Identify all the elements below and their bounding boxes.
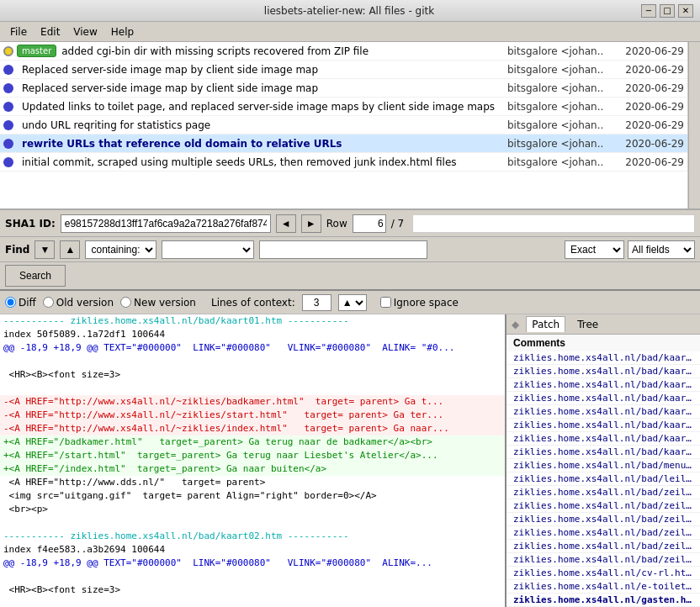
tree-item[interactable]: ziklies.home.xs4all.nl/bad/kaart04.htm <box>506 392 700 405</box>
old-version-radio-label[interactable]: Old version <box>43 297 114 309</box>
tree-item[interactable]: ziklies.home.xs4all.nl/e-toilet.html <box>506 580 700 594</box>
context-select[interactable]: ▲ ▼ <box>338 294 367 311</box>
find-field-select[interactable] <box>162 240 254 259</box>
close-button[interactable]: ✕ <box>678 4 693 18</box>
new-version-radio[interactable] <box>120 297 131 308</box>
table-row[interactable]: undo URL reqriting for statistics page b… <box>0 116 687 135</box>
table-row[interactable]: Updated links to toilet page, and replac… <box>0 98 687 116</box>
commit-panel: master added cgi-bin dir with missing sc… <box>0 42 700 210</box>
commit-dot <box>3 102 13 112</box>
diff-line: <HR><B><font size=3> <box>0 368 505 382</box>
exact-select[interactable]: Exact IgnCase Regexp <box>565 240 624 259</box>
tree-item[interactable]: ziklies.home.xs4all.nl/bad/kaart02.htm <box>506 365 700 378</box>
diff-line <box>0 570 505 583</box>
search-button[interactable]: Search <box>5 265 66 287</box>
old-version-radio[interactable] <box>43 297 54 308</box>
commit-message: added cgi-bin dir with missing scripts r… <box>61 45 507 57</box>
commit-scrollbar[interactable] <box>688 42 700 208</box>
find-up-button[interactable]: ▲ <box>60 240 80 259</box>
row-total: / 7 <box>391 218 405 230</box>
find-label: Find <box>5 244 29 256</box>
context-input[interactable] <box>302 294 331 311</box>
table-row[interactable]: rewrite URLs that reference old domain t… <box>0 135 687 153</box>
tree-item[interactable]: ziklies.home.xs4all.nl/bad/kaart06.htm <box>506 419 700 432</box>
tree-item[interactable]: ziklies.home.xs4all.nl/bad/zeil02.htm <box>506 499 700 513</box>
diff-line: index 50f5089..1a72df1 100644 <box>0 328 505 341</box>
row-bar <box>412 214 695 233</box>
maximize-button[interactable]: □ <box>660 4 675 18</box>
commit-dot <box>3 65 13 75</box>
tree-item[interactable]: ziklies.home.xs4all.nl/bad/zeil01.htm <box>506 486 700 499</box>
commit-dot <box>3 46 13 56</box>
menu-help[interactable]: Help <box>104 24 141 40</box>
diff-line: @@ -18,9 +18,9 @@ TEXT="#000000" LINK="#… <box>0 341 505 355</box>
right-panel: ◆ Patch Tree Comments ziklies.home.xs4al… <box>506 314 700 607</box>
tree-item[interactable]: ziklies.home.xs4all.nl/bad/kaart08.htm <box>506 446 700 459</box>
tree-item[interactable]: ziklies.home.xs4all.nl/bad/zeil04.htm <box>506 526 700 540</box>
commit-dot <box>3 157 13 167</box>
comments-label: Comments <box>506 335 700 351</box>
tree-item[interactable]: ziklies.home.xs4all.nl/bad/kaart05.htm <box>506 405 700 419</box>
ignore-space-text: Ignore space <box>394 297 459 309</box>
titlebar: liesbets-atelier-new: All files - gitk −… <box>0 0 700 22</box>
commit-date: 2020-06-29 <box>608 45 684 57</box>
window-controls: − □ ✕ <box>641 4 693 18</box>
row-label: Row <box>326 218 347 230</box>
sha-input[interactable] <box>61 214 271 233</box>
commit-list[interactable]: master added cgi-bin dir with missing sc… <box>0 42 688 208</box>
find-input[interactable] <box>259 240 427 259</box>
find-type-select[interactable]: commit containing: <box>85 240 156 259</box>
ignore-space-label[interactable]: Ignore space <box>380 297 459 309</box>
commit-author: bitsgalore <johan.. <box>507 119 608 131</box>
tree-item[interactable]: ziklies.home.xs4all.nl/bad/kaart07.htm <box>506 432 700 446</box>
commit-date: 2020-06-29 <box>608 101 684 113</box>
row-input[interactable] <box>353 214 386 233</box>
tree-item[interactable]: ziklies.home.xs4all.nl/bad/kaart01.htm <box>506 351 700 365</box>
tree-item[interactable]: ziklies.home.xs4all.nl/cv-rl.html <box>506 567 700 580</box>
commit-author: bitsgalore <johan.. <box>507 138 608 150</box>
commit-message: Replaced server-side image map by client… <box>17 82 507 94</box>
commit-dot <box>3 120 13 130</box>
allfields-select[interactable]: All fields Headline Comments Author Comm… <box>628 240 695 259</box>
commit-message: Replaced server-side image map by client… <box>17 64 507 76</box>
branch-tag: master <box>17 45 56 57</box>
tree-item[interactable]: ziklies.home.xs4all.nl/bad/kaart03.htm <box>506 378 700 392</box>
tree-item[interactable]: ziklies.home.xs4all.nl/bad/zeil03.htm <box>506 513 700 526</box>
find-down-button[interactable]: ▼ <box>34 240 55 259</box>
minimize-button[interactable]: − <box>641 4 656 18</box>
tab-tree[interactable]: Tree <box>572 317 603 332</box>
tree-item[interactable]: ziklies.home.xs4all.nl/gasten.html <box>506 594 700 607</box>
menubar: File Edit View Help <box>0 22 700 42</box>
diff-radio[interactable] <box>5 297 16 308</box>
diff-line: @@ -18,9 +18,9 @@ TEXT="#000000" LINK="#… <box>0 557 505 570</box>
commit-dot <box>3 83 13 93</box>
tab-patch[interactable]: Patch <box>526 316 565 332</box>
ignore-space-checkbox[interactable] <box>380 297 391 308</box>
menu-view[interactable]: View <box>66 24 103 40</box>
sha-next-button[interactable]: ► <box>301 214 321 233</box>
tree-item[interactable]: ziklies.home.xs4all.nl/bad/leil00.htm <box>506 472 700 486</box>
menu-edit[interactable]: Edit <box>34 24 66 40</box>
table-row[interactable]: Replaced server-side image map by client… <box>0 61 687 79</box>
table-row[interactable]: initial commit, scraped using multiple s… <box>0 153 687 172</box>
patch-diamond-icon: ◆ <box>512 319 519 330</box>
tree-item[interactable]: ziklies.home.xs4all.nl/bad/zeil05.htm <box>506 540 700 553</box>
new-version-radio-label[interactable]: New version <box>120 297 196 309</box>
menu-file[interactable]: File <box>3 24 34 40</box>
diff-line: +<A HREF="/badkamer.html" target=_parent… <box>0 435 505 449</box>
sha-label: SHA1 ID: <box>5 218 56 230</box>
diff-line: -<A HREF="http://www.xs4all.nl/~ziklies/… <box>0 395 505 409</box>
window-title: liesbets-atelier-new: All files - gitk <box>57 5 641 17</box>
diff-view[interactable]: ----------- ziklies.home.xs4all.nl/bad/k… <box>0 314 506 607</box>
table-row[interactable]: master added cgi-bin dir with missing sc… <box>0 42 687 61</box>
sha-prev-button[interactable]: ◄ <box>276 214 296 233</box>
diff-line: index f4ee583..a3b2694 100644 <box>0 543 505 557</box>
diff-line: +<A HREF="/start.html" target=_parent> G… <box>0 449 505 462</box>
commit-date: 2020-06-29 <box>608 119 684 131</box>
table-row[interactable]: Replaced server-side image map by client… <box>0 79 687 98</box>
diff-radio-label[interactable]: Diff <box>5 297 36 309</box>
diff-line <box>0 355 505 368</box>
tree-item[interactable]: ziklies.home.xs4all.nl/bad/zeil06.htm <box>506 553 700 567</box>
commit-message: initial commit, scraped using multiple s… <box>17 156 507 168</box>
tree-item[interactable]: ziklies.home.xs4all.nl/bad/menu.htm <box>506 459 700 472</box>
